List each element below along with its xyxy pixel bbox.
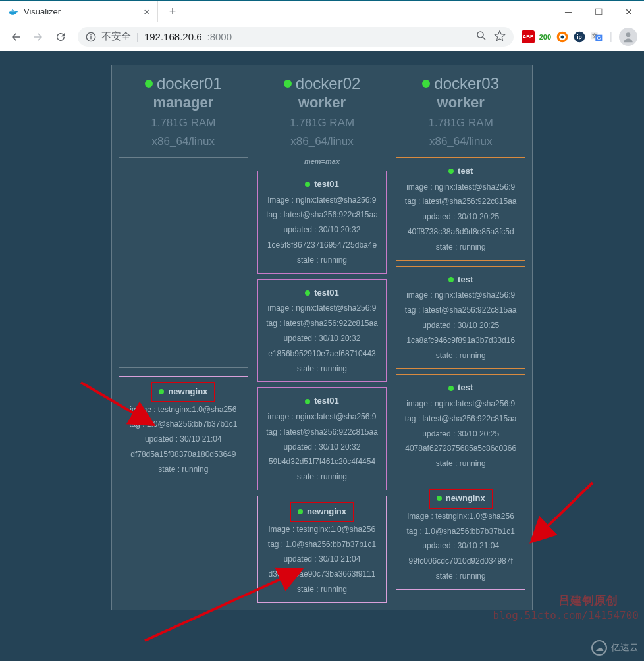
svg-rect-5 bbox=[90, 36, 91, 39]
close-icon[interactable]: × bbox=[144, 6, 149, 17]
task-detail-line: tag : latest@sha256:922c815aa bbox=[399, 303, 522, 318]
task-detail-line: tag : 1.0@sha256:bb7b37b1c1 bbox=[399, 524, 522, 539]
task-detail-line: df78d5a15f08370a180d53649 bbox=[122, 447, 245, 462]
node-column: docker03worker1.781G RAMx86_64/linuxtest… bbox=[393, 69, 528, 606]
empty-slot bbox=[119, 157, 248, 368]
svg-point-7 bbox=[477, 32, 483, 38]
profile-avatar[interactable] bbox=[619, 28, 637, 46]
watermark-brand-text: 亿速云 bbox=[611, 642, 639, 654]
task-detail-line: updated : 30/10 20:32 bbox=[261, 440, 384, 455]
status-dot-icon bbox=[284, 80, 292, 88]
task-detail-line: image : nginx:latest@sha256:9 bbox=[399, 180, 522, 195]
task-detail-line: updated : 30/10 20:32 bbox=[261, 331, 384, 346]
task-detail-line: image : nginx:latest@sha256:9 bbox=[261, 410, 384, 425]
svg-text:G: G bbox=[597, 35, 601, 41]
task-card[interactable]: testimage : nginx:latest@sha256:9tag : l… bbox=[396, 157, 525, 261]
svg-rect-2 bbox=[12, 9, 13, 9]
status-dot-icon bbox=[422, 80, 430, 88]
task-detail-line: 1ca8afc946c9f891a3b7d33d16 bbox=[399, 333, 522, 348]
task-detail-line: 59b4d32d51f7f461c20c4f4454 bbox=[261, 454, 384, 469]
task-detail-line: state : running bbox=[399, 240, 522, 255]
search-icon[interactable] bbox=[475, 30, 487, 43]
task-detail-line: state : running bbox=[261, 253, 384, 268]
task-detail-line: state : running bbox=[399, 569, 522, 584]
status-dot-icon bbox=[437, 496, 442, 501]
task-detail-line: tag : latest@sha256:922c815aa bbox=[261, 425, 384, 440]
node-header: docker01manager1.781G RAMx86_64/linux bbox=[116, 69, 251, 155]
translate-icon[interactable]: 文G bbox=[590, 30, 603, 43]
task-card[interactable]: testimage : nginx:latest@sha256:9tag : l… bbox=[396, 266, 525, 369]
node-role: worker bbox=[255, 94, 390, 111]
task-detail-line: state : running bbox=[261, 469, 384, 485]
node-name: docker01 bbox=[145, 74, 222, 93]
new-tab-button[interactable]: + bbox=[163, 3, 182, 21]
watermark-blog: blog.51cto.com/14154700 bbox=[493, 609, 639, 621]
task-detail-line: updated : 30/10 20:32 bbox=[261, 223, 384, 238]
cloud-icon: ☁ bbox=[591, 640, 607, 656]
task-detail-line: tag : latest@sha256:922c815aa bbox=[399, 411, 522, 427]
browser-tab[interactable]: Visualizer × bbox=[0, 1, 158, 22]
node-ram: 1.781G RAM bbox=[116, 117, 251, 130]
info-icon bbox=[86, 32, 96, 42]
status-dot-icon bbox=[448, 169, 454, 174]
abp-icon[interactable]: ABP bbox=[522, 30, 535, 43]
node-header: docker03worker1.781G RAMx86_64/linux bbox=[393, 69, 528, 155]
status-dot-icon bbox=[448, 277, 454, 282]
task-detail-line: updated : 30/10 21:04 bbox=[122, 432, 245, 447]
task-detail-line: image : nginx:latest@sha256:9 bbox=[261, 301, 384, 316]
task-title: test bbox=[448, 272, 473, 288]
task-detail-line: state : running bbox=[261, 582, 384, 597]
task-title: test01 bbox=[305, 393, 339, 410]
close-button[interactable]: ✕ bbox=[614, 1, 644, 22]
node-ram: 1.781G RAM bbox=[255, 117, 390, 130]
task-detail-line: image : nginx:latest@sha256:9 bbox=[399, 288, 522, 303]
avast-icon[interactable] bbox=[556, 30, 569, 43]
url-port: :8000 bbox=[207, 31, 232, 42]
svg-rect-6 bbox=[90, 34, 91, 35]
svg-point-11 bbox=[560, 35, 564, 38]
task-detail-line: image : testnginx:1.0@sha256 bbox=[261, 522, 384, 537]
task-detail-line: updated : 30/10 21:04 bbox=[261, 552, 384, 567]
node-name: docker03 bbox=[422, 74, 499, 93]
star-icon[interactable] bbox=[494, 30, 506, 43]
reload-button[interactable] bbox=[51, 28, 70, 46]
node-column: docker01manager1.781G RAMx86_64/linuxnew… bbox=[116, 69, 251, 606]
task-detail-line: tag : latest@sha256:922c815aa bbox=[261, 207, 384, 223]
node-arch: x86_64/linux bbox=[255, 135, 390, 148]
task-title: newnginx bbox=[429, 489, 493, 509]
svg-point-18 bbox=[626, 32, 631, 37]
task-detail-line: state : running bbox=[399, 456, 522, 471]
task-card[interactable]: test01image : nginx:latest@sha256:9tag :… bbox=[257, 387, 387, 490]
task-card[interactable]: testimage : nginx:latest@sha256:9tag : l… bbox=[396, 374, 525, 477]
node-arch: x86_64/linux bbox=[393, 135, 528, 148]
status-dot-icon bbox=[305, 399, 310, 404]
watermark-brand: ☁ 亿速云 bbox=[591, 640, 639, 656]
back-button[interactable] bbox=[7, 28, 25, 46]
task-card[interactable]: newnginximage : testnginx:1.0@sha256tag … bbox=[119, 376, 248, 483]
task-card[interactable]: newnginximage : testnginx:1.0@sha256tag … bbox=[396, 483, 525, 590]
ip-icon[interactable]: ip bbox=[573, 30, 586, 43]
minimize-button[interactable]: ─ bbox=[553, 1, 583, 22]
task-detail-line: updated : 30/10 20:25 bbox=[399, 318, 522, 333]
task-title: test01 bbox=[305, 176, 339, 193]
task-detail-line: image : testnginx:1.0@sha256 bbox=[399, 509, 522, 524]
svg-rect-3 bbox=[13, 10, 14, 11]
svg-text:ip: ip bbox=[577, 34, 581, 40]
svg-line-21 bbox=[531, 483, 593, 542]
window-controls: ─ ☐ ✕ bbox=[553, 1, 644, 22]
task-detail-line: updated : 30/10 21:04 bbox=[399, 539, 522, 554]
task-card[interactable]: newnginximage : testnginx:1.0@sha256tag … bbox=[257, 496, 387, 603]
task-card[interactable]: test01image : nginx:latest@sha256:9tag :… bbox=[257, 171, 387, 274]
svg-line-8 bbox=[483, 37, 485, 40]
status-dot-icon bbox=[305, 290, 310, 296]
task-detail-line: state : running bbox=[122, 462, 245, 477]
task-title: test bbox=[448, 163, 473, 180]
task-card[interactable]: test01image : nginx:latest@sha256:9tag :… bbox=[257, 279, 387, 383]
maximize-button[interactable]: ☐ bbox=[583, 1, 614, 22]
forward-button[interactable] bbox=[29, 28, 47, 46]
svg-rect-1 bbox=[12, 10, 13, 11]
task-detail-line: state : running bbox=[399, 348, 522, 363]
address-bar[interactable]: 不安全 | 192.168.20.6:8000 bbox=[78, 27, 514, 47]
status-200-badge[interactable]: 200 bbox=[539, 30, 552, 43]
task-detail-line: tag : 1.0@sha256:bb7b37b1c1 bbox=[122, 417, 245, 432]
